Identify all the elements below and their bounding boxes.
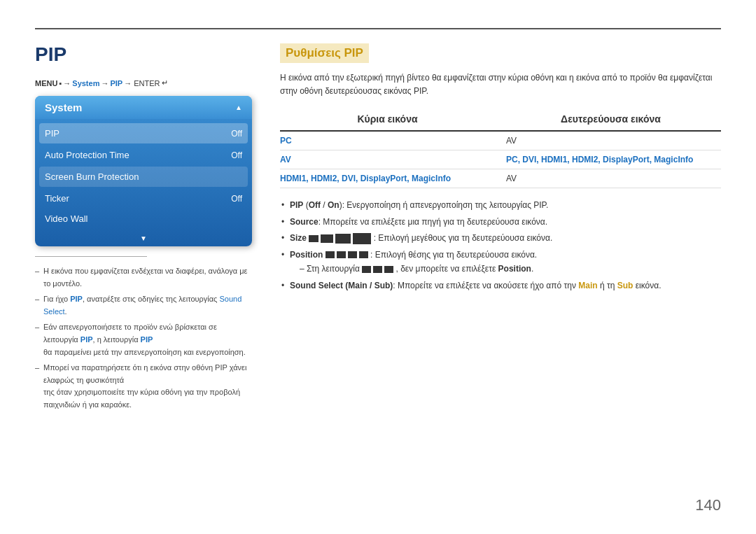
bullet-sound-select: Sound Select (Main / Sub): Μπορείτε να ε… bbox=[280, 279, 721, 293]
table-cell-right-1: AV bbox=[500, 131, 721, 150]
position-icons bbox=[326, 251, 368, 258]
menu-item-auto-protection-value: Off bbox=[231, 150, 242, 160]
menu-item-video-wall-label: Video Wall bbox=[45, 213, 88, 224]
bullet-list: PIP (Off / On): Ενεργοποίηση ή απενεργοπ… bbox=[280, 198, 721, 264]
menu-item-pip-value: Off bbox=[231, 129, 242, 139]
sub-pos-icon-3 bbox=[384, 266, 393, 273]
menu-item-auto-protection-label: Auto Protection Time bbox=[45, 150, 130, 160]
pos-icon-4 bbox=[359, 251, 368, 258]
bullet-pip: PIP (Off / On): Ενεργοποίηση ή απενεργοπ… bbox=[280, 198, 721, 212]
table-row-3: HDMI1, HDMI2, DVI, DisplayPort, MagicInf… bbox=[280, 169, 721, 188]
size-icons bbox=[309, 233, 371, 244]
sub-note-icons bbox=[362, 266, 393, 273]
content-row: PIP MENU ▪ → System → PIP → ENTER ↵ Syst… bbox=[35, 43, 721, 513]
footnote-1: Η εικόνα που εμφανίζεται ενδέχεται να δι… bbox=[35, 265, 252, 290]
system-box-header: System ▲ bbox=[35, 96, 252, 119]
col-header-main: Κύρια εικόνα bbox=[280, 109, 500, 131]
footnote-3: Εάν απενεργοποιήσετε το προϊόν ενώ βρίσκ… bbox=[35, 321, 252, 358]
bullet-sound-select-text: Sound Select (Main / Sub): Μπορείτε να ε… bbox=[290, 281, 662, 290]
menu-path: MENU ▪ → System → PIP → ENTER ↵ bbox=[35, 78, 252, 87]
menu-item-video-wall[interactable]: Video Wall bbox=[35, 209, 252, 229]
intro-text: Η εικόνα από την εξωτερική πηγή βίντεο θ… bbox=[280, 71, 721, 98]
menu-item-pip[interactable]: PIP Off bbox=[39, 123, 248, 143]
size-icon-2 bbox=[321, 234, 333, 243]
page-container: PIP MENU ▪ → System → PIP → ENTER ↵ Syst… bbox=[0, 0, 756, 534]
system-menu-box: System ▲ PIP Off Auto Protection Time Of… bbox=[35, 96, 252, 246]
size-icon-3 bbox=[335, 234, 351, 244]
size-icon-4 bbox=[353, 233, 371, 244]
menu-label: MENU bbox=[35, 79, 57, 87]
table-cell-right-3: AV bbox=[500, 169, 721, 188]
table-cell-left-1: PC bbox=[280, 131, 500, 150]
menu-pip: PIP bbox=[110, 79, 122, 87]
bullet-position-text: Position : Επιλογή θέσης για τη δευτερεύ… bbox=[290, 250, 537, 260]
menu-system: System bbox=[72, 79, 99, 87]
page-title: PIP bbox=[35, 43, 252, 66]
bullet-size: Size : Επιλογή μεγέθους για τη δευτερεύο… bbox=[280, 231, 721, 245]
menu-item-ticker-label: Ticker bbox=[45, 193, 69, 204]
divider bbox=[35, 256, 147, 257]
table-cell-left-3: HDMI1, HDMI2, DVI, DisplayPort, MagicInf… bbox=[280, 169, 500, 188]
size-icon-1 bbox=[309, 235, 318, 242]
bullet-position: Position : Επιλογή θέσης για τη δευτερεύ… bbox=[280, 248, 721, 262]
page-number: 140 bbox=[695, 496, 721, 514]
bullet-list-2: Sound Select (Main / Sub): Μπορείτε να ε… bbox=[280, 279, 721, 295]
pip-table: Κύρια εικόνα Δευτερεύουσα εικόνα PC AV A… bbox=[280, 109, 721, 188]
pos-icon-1 bbox=[326, 251, 335, 258]
footnotes: Η εικόνα που εμφανίζεται ενδέχεται να δι… bbox=[35, 265, 252, 415]
menu-item-ticker[interactable]: Ticker Off bbox=[35, 188, 252, 209]
section-title: Ρυθμίσεις PIP bbox=[280, 43, 721, 71]
bullet-size-text: Size : Επιλογή μεγέθους για τη δευτερεύο… bbox=[290, 233, 552, 243]
table-row-1: PC AV bbox=[280, 131, 721, 150]
right-column: Ρυθμίσεις PIP Η εικόνα από την εξωτερική… bbox=[280, 43, 721, 513]
arrow-down-icon: ▼ bbox=[140, 234, 147, 242]
pos-icon-2 bbox=[337, 251, 346, 258]
sub-pos-icon-1 bbox=[362, 266, 371, 273]
menu-item-ticker-value: Off bbox=[231, 194, 242, 204]
arrow-up-icon: ▲ bbox=[235, 104, 242, 111]
menu-item-screen-burn[interactable]: Screen Burn Protection bbox=[39, 167, 248, 187]
menu-item-pip-label: PIP bbox=[45, 128, 59, 139]
table-cell-right-2: PC, DVI, HDMI1, HDMI2, DisplayPort, Magi… bbox=[500, 150, 721, 169]
system-box-title: System bbox=[45, 101, 82, 113]
pos-icon-3 bbox=[348, 251, 357, 258]
table-row-2: AV PC, DVI, HDMI1, HDMI2, DisplayPort, M… bbox=[280, 150, 721, 169]
table-cell-left-2: AV bbox=[280, 150, 500, 169]
left-column: PIP MENU ▪ → System → PIP → ENTER ↵ Syst… bbox=[35, 43, 252, 513]
menu-item-auto-protection[interactable]: Auto Protection Time Off bbox=[35, 145, 252, 165]
menu-item-screen-burn-label: Screen Burn Protection bbox=[45, 171, 139, 182]
bullet-source-text: Source: Μπορείτε να επιλέξετε μια πηγή γ… bbox=[290, 217, 547, 227]
bullet-pip-text: PIP (Off / On): Ενεργοποίηση ή απενεργοπ… bbox=[290, 200, 548, 210]
col-header-secondary: Δευτερεύουσα εικόνα bbox=[500, 109, 721, 131]
system-box-footer: ▼ bbox=[35, 232, 252, 246]
menu-items-list: PIP Off Auto Protection Time Off Screen … bbox=[35, 119, 252, 232]
footnote-2: Για ήχο PIP, ανατρέξτε στις οδηγίες της … bbox=[35, 293, 252, 318]
top-divider bbox=[35, 28, 721, 29]
sub-note: – Στη λειτουργία , δεν μπορείτε να επιλέ… bbox=[280, 264, 721, 274]
footnote-4: Μπορεί να παρατηρήσετε ότι η εικόνα στην… bbox=[35, 362, 252, 411]
bullet-source: Source: Μπορείτε να επιλέξετε μια πηγή γ… bbox=[280, 215, 721, 229]
sub-pos-icon-2 bbox=[373, 266, 382, 273]
